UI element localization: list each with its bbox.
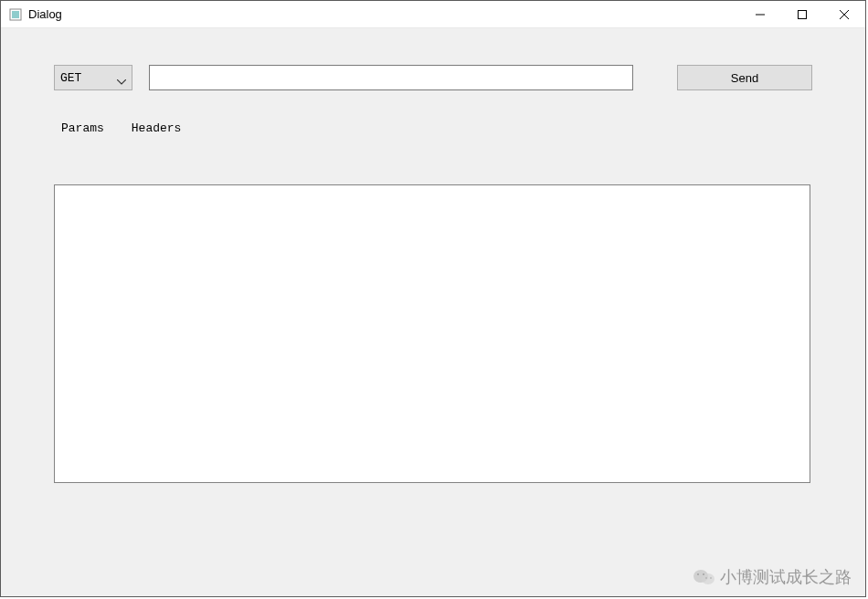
minimize-button[interactable] (739, 1, 781, 28)
svg-rect-1 (12, 11, 19, 18)
url-input[interactable] (149, 65, 633, 90)
svg-point-10 (705, 577, 707, 579)
close-button[interactable] (823, 1, 865, 28)
tabs-row: Params Headers (54, 121, 812, 135)
titlebar: Dialog (1, 1, 865, 28)
http-method-value: GET (60, 71, 81, 85)
svg-rect-3 (799, 10, 807, 18)
dialog-window: Dialog GET Send Params Header (0, 0, 866, 597)
svg-point-11 (710, 577, 712, 579)
watermark-text: 小博测试成长之路 (720, 566, 852, 588)
request-row: GET Send (54, 65, 812, 90)
send-button-label: Send (731, 71, 758, 85)
send-button[interactable]: Send (677, 65, 812, 90)
svg-point-9 (703, 573, 704, 575)
tab-params[interactable]: Params (61, 121, 104, 135)
wechat-icon (693, 567, 716, 587)
response-textarea[interactable] (54, 184, 810, 483)
svg-point-8 (697, 573, 699, 575)
chevron-down-icon (117, 75, 126, 80)
tab-headers[interactable]: Headers (132, 121, 182, 135)
http-method-select[interactable]: GET (54, 65, 132, 90)
watermark: 小博测试成长之路 (693, 566, 852, 588)
maximize-button[interactable] (781, 1, 823, 28)
window-title: Dialog (28, 7, 62, 21)
app-icon (8, 7, 23, 22)
client-area: GET Send Params Headers (1, 28, 865, 596)
